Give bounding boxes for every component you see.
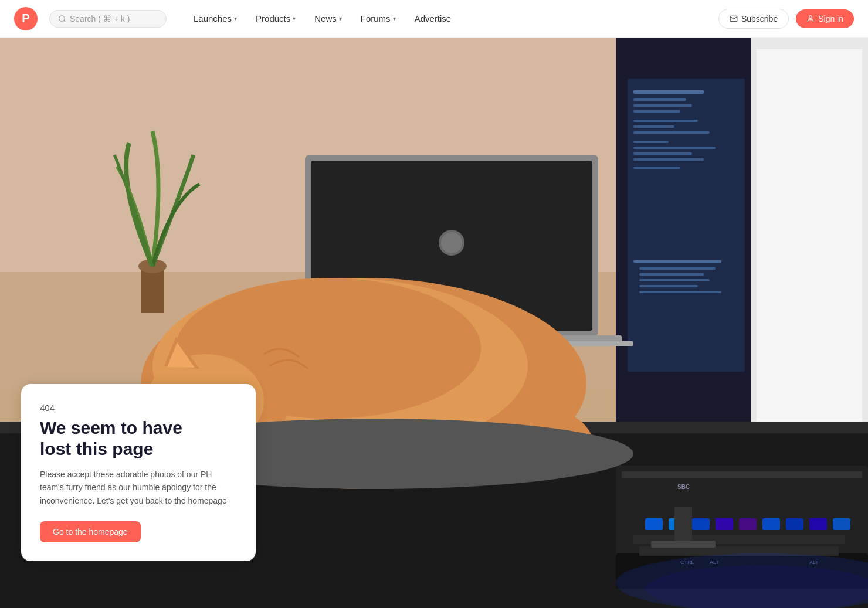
chevron-down-icon: ▾ <box>393 15 396 22</box>
nav-item-forums[interactable]: Forums ▾ <box>352 9 404 28</box>
nav-item-launches[interactable]: Launches ▾ <box>185 9 245 28</box>
nav-forums-label: Forums <box>361 13 391 23</box>
error-title-line2: lost this page <box>40 439 153 458</box>
svg-point-0 <box>59 15 65 21</box>
svg-point-2 <box>809 15 812 18</box>
error-card: 404 We seem to have lost this page Pleas… <box>21 384 256 561</box>
svg-rect-12 <box>633 125 674 128</box>
error-description: Please accept these adorable photos of o… <box>40 468 237 507</box>
nav-launches-label: Launches <box>194 13 232 23</box>
svg-text:CTRL: CTRL <box>680 559 694 565</box>
svg-rect-50 <box>692 518 710 530</box>
search-bar[interactable]: Search ( ⌘ + k ) <box>49 10 167 28</box>
svg-rect-19 <box>633 260 721 263</box>
svg-rect-11 <box>633 120 698 122</box>
svg-rect-54 <box>786 518 803 530</box>
chevron-down-icon: ▾ <box>339 15 342 22</box>
svg-text:ALT: ALT <box>809 559 819 565</box>
hero-area: CTRL ALT ALT SBC 404 We seem to have los… <box>0 38 868 608</box>
error-code: 404 <box>40 403 237 413</box>
svg-rect-18 <box>633 167 680 169</box>
email-icon <box>730 15 738 23</box>
svg-text:ALT: ALT <box>710 559 719 565</box>
go-to-homepage-button[interactable]: Go to the homepage <box>40 521 141 542</box>
svg-rect-8 <box>633 98 686 101</box>
nav-links: Launches ▾ Products ▾ News ▾ Forums ▾ Ad… <box>185 9 714 28</box>
subscribe-button[interactable]: Subscribe <box>718 9 789 29</box>
user-icon <box>806 15 815 23</box>
homepage-button-label: Go to the homepage <box>53 527 128 536</box>
svg-rect-9 <box>633 104 692 107</box>
nav-right: Subscribe Sign in <box>718 9 854 29</box>
svg-text:SBC: SBC <box>677 484 690 490</box>
signin-label: Sign in <box>818 14 843 23</box>
svg-rect-23 <box>639 285 698 287</box>
svg-rect-22 <box>639 279 710 281</box>
svg-rect-66 <box>651 541 716 548</box>
chevron-down-icon: ▾ <box>293 15 296 22</box>
svg-rect-55 <box>809 518 827 530</box>
svg-point-32 <box>441 232 462 253</box>
svg-rect-7 <box>633 90 704 94</box>
svg-rect-56 <box>833 518 850 530</box>
svg-rect-53 <box>762 518 780 530</box>
nav-item-advertise[interactable]: Advertise <box>406 9 460 28</box>
svg-rect-15 <box>633 147 716 149</box>
logo[interactable]: P <box>14 7 38 30</box>
svg-rect-21 <box>639 273 704 276</box>
nav-products-label: Products <box>256 13 290 23</box>
svg-rect-14 <box>633 141 669 143</box>
svg-rect-24 <box>639 291 721 293</box>
nav-item-news[interactable]: News ▾ <box>306 9 350 28</box>
svg-rect-6 <box>628 79 745 372</box>
logo-letter: P <box>22 12 29 25</box>
svg-rect-46 <box>622 471 862 478</box>
error-title-line1: We seem to have <box>40 418 182 437</box>
error-title: We seem to have lost this page <box>40 417 237 460</box>
svg-rect-10 <box>633 110 680 113</box>
chevron-down-icon: ▾ <box>234 15 237 22</box>
nav-item-products[interactable]: Products ▾ <box>247 9 304 28</box>
svg-rect-17 <box>633 158 704 161</box>
svg-rect-51 <box>716 518 733 530</box>
svg-rect-48 <box>645 518 663 530</box>
search-icon <box>58 15 66 23</box>
navbar: P Search ( ⌘ + k ) Launches ▾ Products ▾… <box>0 0 868 38</box>
svg-rect-52 <box>739 518 757 530</box>
subscribe-label: Subscribe <box>741 14 778 23</box>
svg-rect-20 <box>639 267 716 270</box>
nav-news-label: News <box>314 13 337 23</box>
svg-rect-65 <box>674 507 692 542</box>
nav-advertise-label: Advertise <box>415 13 452 23</box>
svg-rect-13 <box>633 131 710 134</box>
search-placeholder: Search ( ⌘ + k ) <box>70 14 130 23</box>
svg-rect-16 <box>633 152 692 155</box>
svg-line-1 <box>64 20 66 22</box>
signin-button[interactable]: Sign in <box>796 9 854 28</box>
